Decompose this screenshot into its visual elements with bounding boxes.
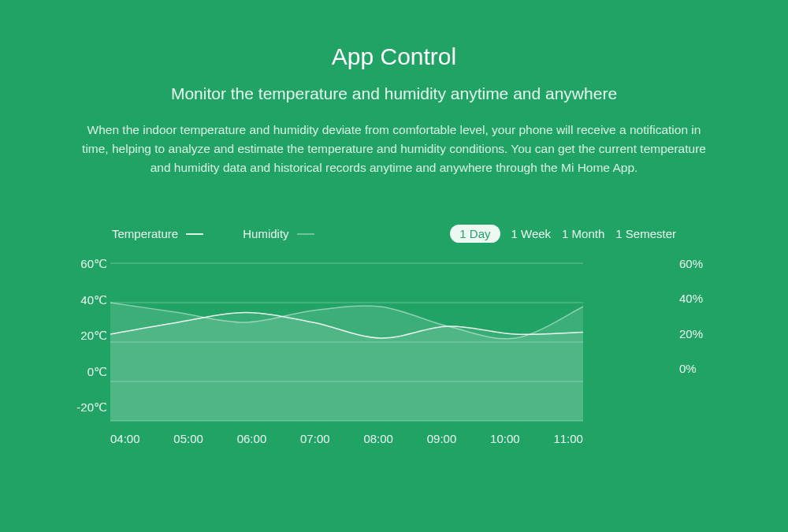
ytick-left-20: 20℃ [63,329,107,343]
legend-label-humidity: Humidity [243,227,288,240]
legend-swatch-humidity [297,233,314,235]
page-subtitle: Monitor the temperature and humidity any… [0,84,788,103]
range-1week[interactable]: 1 Week [511,227,552,240]
chart-container: Temperature Humidity 1 Day 1 Week 1 Mont… [110,225,678,468]
ytick-left-40: 40℃ [63,293,107,307]
range-1semester[interactable]: 1 Semester [615,227,676,240]
xtick: 08:00 [363,432,393,445]
y-axis-right: 60% 40% 20% 0% [679,263,723,381]
xtick: 06:00 [237,432,267,445]
ytick-left-n20: -20℃ [63,400,107,415]
legend-item-humidity: Humidity [243,227,314,240]
page-description: When the indoor temperature and humidity… [79,121,709,177]
ytick-right-60: 60% [679,257,723,270]
chart-toolbar: Temperature Humidity 1 Day 1 Week 1 Mont… [110,225,678,263]
xtick: 11:00 [553,432,583,445]
legend-swatch-temperature [186,233,203,235]
page-title: App Control [0,0,788,70]
y-axis-left: 60℃ 40℃ 20℃ 0℃ -20℃ [63,263,107,421]
xtick: 07:00 [300,432,330,445]
legend-label-temperature: Temperature [112,227,178,240]
time-range-tabs: 1 Day 1 Week 1 Month 1 Semester [450,225,676,243]
ytick-right-20: 20% [679,327,723,340]
xtick: 05:00 [173,432,203,445]
ytick-right-0: 0% [679,362,723,375]
legend-item-temperature: Temperature [112,227,203,240]
ytick-left-0: 0℃ [63,365,107,379]
ytick-right-40: 40% [679,292,723,305]
xtick: 09:00 [427,432,457,445]
legend: Temperature Humidity [112,227,314,240]
xtick: 10:00 [490,432,520,445]
x-axis: 04:00 05:00 06:00 07:00 08:00 09:00 10:0… [110,432,583,445]
chart-plot: 60℃ 40℃ 20℃ 0℃ -20℃ 60% 40% 20% 0% 04:00… [110,263,678,468]
chart-svg [110,263,583,421]
range-1day[interactable]: 1 Day [450,225,500,243]
xtick: 04:00 [110,432,140,445]
range-1month[interactable]: 1 Month [562,227,604,240]
ytick-left-60: 60℃ [63,257,107,271]
